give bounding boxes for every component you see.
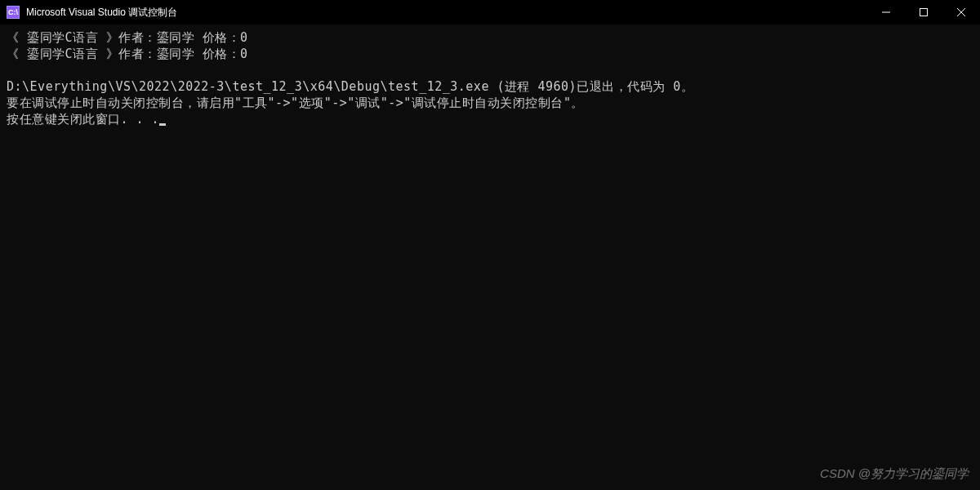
window-controls: [867, 0, 980, 24]
cursor: [159, 123, 166, 126]
close-button[interactable]: [942, 0, 980, 24]
output-line: D:\Everything\VS\2022\2022-3\test_12_3\x…: [7, 79, 693, 94]
maximize-button[interactable]: [905, 0, 942, 24]
output-line: 要在调试停止时自动关闭控制台，请启用"工具"->"选项"->"调试"->"调试停…: [7, 96, 584, 110]
titlebar: C:\ Microsoft Visual Studio 调试控制台: [0, 0, 980, 24]
output-line: 按任意键关闭此窗口. . .: [7, 112, 159, 127]
window-title: Microsoft Visual Studio 调试控制台: [26, 6, 867, 20]
watermark: CSDN @努力学习的鎏同学: [820, 466, 969, 482]
svg-rect-1: [920, 9, 928, 16]
output-line: 《 鎏同学C语言 》作者：鎏同学 价格：0: [7, 47, 248, 61]
minimize-button[interactable]: [867, 0, 905, 24]
app-icon: C:\: [7, 6, 20, 19]
output-line: 《 鎏同学C语言 》作者：鎏同学 价格：0: [7, 30, 248, 45]
console-output: 《 鎏同学C语言 》作者：鎏同学 价格：0 《 鎏同学C语言 》作者：鎏同学 价…: [0, 24, 980, 132]
